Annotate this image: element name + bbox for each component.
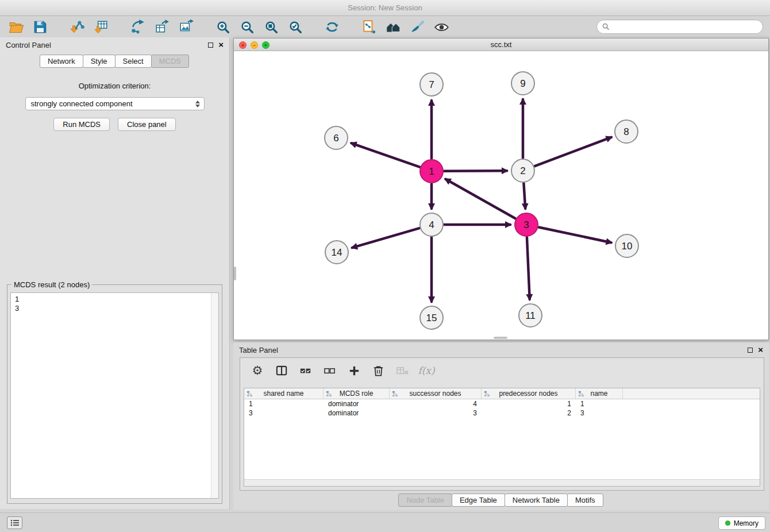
close-panel-button[interactable]: Close panel bbox=[118, 118, 176, 131]
header-cell-predecessor-nodes[interactable]: predecessor nodes bbox=[482, 388, 576, 399]
node-3[interactable]: 3 bbox=[515, 213, 538, 236]
run-mcds-button[interactable]: Run MCDS bbox=[53, 118, 110, 131]
horizontal-splitter-handle[interactable] bbox=[494, 337, 507, 339]
cell-mcds-role[interactable]: dominator bbox=[324, 408, 390, 418]
result-scrollbar[interactable] bbox=[211, 293, 218, 498]
cell-name[interactable]: 3 bbox=[576, 408, 623, 418]
node-15[interactable]: 15 bbox=[420, 306, 443, 329]
import-network-icon bbox=[70, 20, 84, 34]
refresh-layout-button[interactable] bbox=[322, 18, 342, 36]
cell-successor-nodes[interactable]: 3 bbox=[390, 408, 482, 418]
table-tabs: Node TableEdge TableNetwork TableMotifs bbox=[233, 494, 769, 507]
import-network-button[interactable] bbox=[67, 18, 87, 36]
minimize-window-icon[interactable]: − bbox=[251, 41, 258, 49]
copy-view-button[interactable] bbox=[359, 18, 379, 36]
mcds-result-textarea[interactable]: 13 bbox=[10, 292, 219, 499]
save-session-button[interactable] bbox=[30, 18, 51, 36]
edge-1-6[interactable] bbox=[351, 143, 419, 167]
table-row[interactable]: 3dominator323 bbox=[244, 408, 760, 418]
node-6[interactable]: 6 bbox=[325, 126, 348, 149]
deselect-all-button[interactable] bbox=[322, 363, 337, 378]
edge-3-10[interactable] bbox=[539, 228, 611, 243]
edge-1-2[interactable] bbox=[444, 171, 507, 171]
zoom-window-icon[interactable]: + bbox=[262, 41, 270, 49]
node-4[interactable]: 4 bbox=[420, 213, 443, 236]
node-10[interactable]: 10 bbox=[615, 234, 638, 257]
import-table-icon bbox=[94, 20, 109, 34]
edge-3-11[interactable] bbox=[527, 237, 530, 299]
float-table-panel-icon[interactable] bbox=[748, 348, 753, 353]
optimization-dropdown[interactable]: strongly connected component bbox=[25, 97, 205, 110]
function-builder-button[interactable]: f(x) bbox=[419, 363, 434, 378]
delete-column-button[interactable] bbox=[371, 363, 386, 378]
show-hide-button[interactable] bbox=[431, 18, 452, 36]
cell-shared-name[interactable]: 1 bbox=[244, 399, 324, 408]
search-box[interactable] bbox=[596, 20, 763, 34]
import-table-button[interactable] bbox=[91, 18, 111, 36]
table-tab-node-table[interactable]: Node Table bbox=[398, 494, 452, 507]
column-type-icon bbox=[484, 391, 490, 397]
edge-2-8[interactable] bbox=[535, 137, 611, 166]
vertical-splitter-handle[interactable] bbox=[234, 267, 236, 280]
cell-name[interactable]: 1 bbox=[576, 399, 623, 408]
float-panel-icon[interactable] bbox=[208, 43, 213, 48]
network-canvas[interactable]: 7968124314101511 bbox=[234, 51, 768, 339]
export-table-button[interactable] bbox=[152, 18, 172, 36]
header-cell-mcds-role[interactable]: MCDS role bbox=[324, 388, 390, 399]
task-history-button[interactable] bbox=[7, 516, 22, 529]
node-8[interactable]: 8 bbox=[615, 120, 638, 143]
node-label: 3 bbox=[523, 219, 529, 230]
node-11[interactable]: 11 bbox=[519, 304, 542, 327]
cell-shared-name[interactable]: 3 bbox=[244, 408, 324, 418]
table-tab-edge-table[interactable]: Edge Table bbox=[452, 494, 505, 507]
tab-network[interactable]: Network bbox=[40, 55, 83, 68]
node-1[interactable]: 1 bbox=[420, 160, 443, 183]
export-network-button[interactable] bbox=[128, 18, 148, 36]
network-graph[interactable]: 7968124314101511 bbox=[234, 51, 768, 339]
home-button[interactable] bbox=[383, 18, 403, 36]
export-image-button[interactable] bbox=[176, 18, 197, 36]
table-tab-network-table[interactable]: Network Table bbox=[505, 494, 568, 507]
close-table-panel-icon[interactable]: × bbox=[758, 347, 763, 353]
delete-table-button[interactable] bbox=[395, 363, 410, 378]
table-tab-motifs[interactable]: Motifs bbox=[567, 494, 603, 507]
close-panel-icon[interactable]: × bbox=[218, 42, 224, 48]
search-input[interactable] bbox=[613, 22, 757, 31]
edge-4-14[interactable] bbox=[352, 228, 419, 248]
header-cell-name[interactable]: name bbox=[576, 388, 623, 399]
table-frame: ⚙ f(x) bbox=[240, 357, 764, 491]
node-label: 15 bbox=[426, 313, 437, 323]
edge-2-3[interactable] bbox=[523, 183, 525, 209]
zoom-out-button[interactable] bbox=[237, 18, 257, 36]
cell-mcds-role[interactable]: dominator bbox=[324, 399, 390, 408]
memory-button[interactable]: Memory bbox=[718, 516, 765, 530]
node-9[interactable]: 9 bbox=[511, 72, 534, 95]
cell-successor-nodes[interactable]: 4 bbox=[390, 399, 482, 408]
table-horizontal-scrollbar[interactable] bbox=[244, 479, 760, 486]
zoom-selected-button[interactable] bbox=[285, 18, 306, 36]
style-brush-button[interactable] bbox=[407, 18, 428, 36]
cell-predecessor-nodes[interactable]: 1 bbox=[482, 399, 576, 408]
tab-style[interactable]: Style bbox=[83, 55, 116, 68]
node-7[interactable]: 7 bbox=[420, 73, 443, 96]
select-all-button[interactable] bbox=[298, 363, 313, 378]
add-column-button[interactable] bbox=[346, 363, 361, 378]
table-settings-button[interactable]: ⚙ bbox=[250, 363, 265, 378]
node-14[interactable]: 14 bbox=[325, 241, 348, 264]
edge-3-1[interactable] bbox=[445, 179, 515, 218]
tab-select[interactable]: Select bbox=[115, 55, 152, 68]
close-window-icon[interactable]: × bbox=[239, 41, 247, 49]
header-label: MCDS role bbox=[340, 390, 374, 398]
zoom-fit-button[interactable] bbox=[261, 18, 282, 36]
header-cell-shared-name[interactable]: shared name bbox=[244, 388, 324, 399]
zoom-in-button[interactable] bbox=[213, 18, 233, 36]
network-window-titlebar[interactable]: × − + scc.txt bbox=[234, 38, 768, 51]
open-session-button[interactable] bbox=[6, 18, 26, 36]
cell-predecessor-nodes[interactable]: 2 bbox=[482, 408, 576, 418]
table-row[interactable]: 1dominator411 bbox=[244, 399, 760, 408]
column-visibility-button[interactable] bbox=[274, 363, 289, 378]
tab-mcds[interactable]: MCDS bbox=[151, 55, 189, 68]
header-cell-successor-nodes[interactable]: successor nodes bbox=[390, 388, 482, 399]
save-icon bbox=[33, 20, 48, 34]
node-2[interactable]: 2 bbox=[511, 159, 534, 182]
